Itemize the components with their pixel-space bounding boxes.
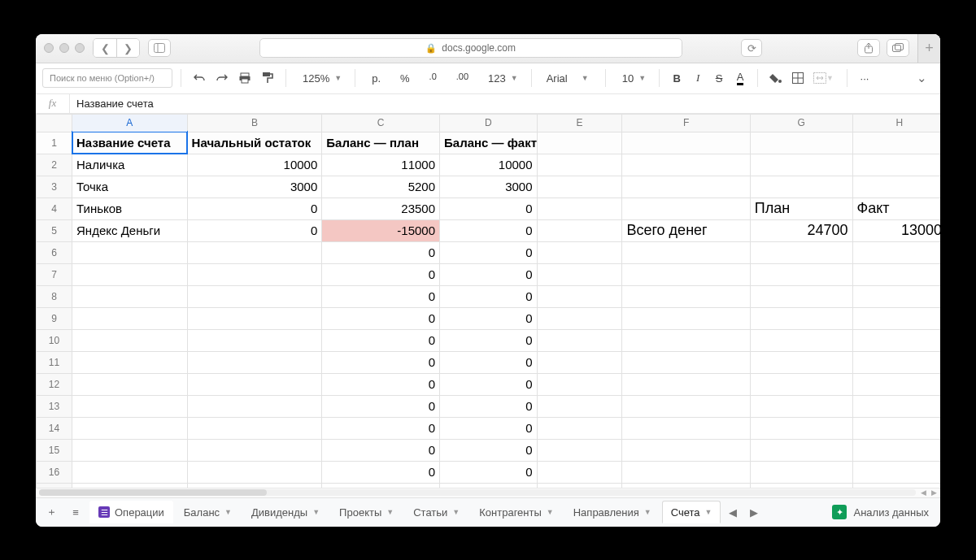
cell-G12[interactable] <box>750 373 852 395</box>
cell-A12[interactable] <box>72 373 188 395</box>
expand-toolbar-button[interactable]: ⌄ <box>910 71 934 85</box>
cell-G14[interactable] <box>750 417 852 439</box>
cell-B8[interactable] <box>187 285 322 307</box>
column-header-B[interactable]: B <box>187 114 322 132</box>
cell-E15[interactable] <box>537 439 622 461</box>
column-header-C[interactable]: C <box>322 114 440 132</box>
cell-B11[interactable] <box>187 351 322 373</box>
redo-button[interactable] <box>212 68 232 88</box>
cell-C11[interactable]: 0 <box>322 351 440 373</box>
cell-B15[interactable] <box>187 439 322 461</box>
cell-D9[interactable]: 0 <box>440 307 538 329</box>
cell-E14[interactable] <box>537 417 622 439</box>
cell-E10[interactable] <box>537 329 622 351</box>
cell-E4[interactable] <box>537 198 622 219</box>
row-header-1[interactable]: 1 <box>37 132 72 154</box>
all-sheets-button[interactable]: ≡ <box>65 501 86 523</box>
cell-B7[interactable] <box>187 263 322 285</box>
cell-B14[interactable] <box>187 417 322 439</box>
row-header-3[interactable]: 3 <box>37 176 72 198</box>
cell-H11[interactable] <box>852 351 940 373</box>
font-size-select[interactable]: 10▼ <box>614 68 651 88</box>
cell-A6[interactable] <box>72 241 188 263</box>
cell-H13[interactable] <box>852 395 940 417</box>
new-tab-button[interactable]: + <box>917 34 940 63</box>
address-bar[interactable]: 🔒 docs.google.com <box>259 38 682 58</box>
text-color-button[interactable]: A <box>731 68 749 88</box>
cell-H8[interactable] <box>852 285 940 307</box>
cell-G7[interactable] <box>750 263 852 285</box>
row-header-13[interactable]: 13 <box>37 395 72 417</box>
column-header-E[interactable]: E <box>537 114 622 132</box>
row-header-12[interactable]: 12 <box>37 373 72 395</box>
column-header-D[interactable]: D <box>440 114 538 132</box>
cell-G11[interactable] <box>750 351 852 373</box>
cell-A8[interactable] <box>72 285 188 307</box>
sheet-tab-Счета[interactable]: Счета▼ <box>662 501 721 523</box>
cell-H2[interactable] <box>852 154 940 176</box>
cell-D1[interactable]: Баланс — факт <box>440 132 538 154</box>
cell-A13[interactable] <box>72 395 188 417</box>
cell-F13[interactable] <box>622 395 750 417</box>
row-header-17[interactable]: 17 <box>37 483 72 488</box>
cell-D10[interactable]: 0 <box>440 329 538 351</box>
cell-B6[interactable] <box>187 241 322 263</box>
sheet-tab-Статьи[interactable]: Статьи▼ <box>404 501 468 523</box>
forward-button[interactable]: ❯ <box>116 39 139 57</box>
cell-C2[interactable]: 11000 <box>322 154 440 176</box>
cell-D16[interactable]: 0 <box>440 461 538 483</box>
sheet-tab-Контрагенты[interactable]: Контрагенты▼ <box>470 501 562 523</box>
tabs-scroll-left[interactable]: ◀ <box>724 503 742 521</box>
cell-F11[interactable] <box>622 351 750 373</box>
cell-F9[interactable] <box>622 307 750 329</box>
cell-D12[interactable]: 0 <box>440 373 538 395</box>
cell-D13[interactable]: 0 <box>440 395 538 417</box>
row-header-7[interactable]: 7 <box>37 263 72 285</box>
cell-E13[interactable] <box>537 395 622 417</box>
cell-F6[interactable] <box>622 241 750 263</box>
cell-C10[interactable]: 0 <box>322 329 440 351</box>
cell-H4[interactable]: Факт <box>852 198 940 219</box>
cell-H9[interactable] <box>852 307 940 329</box>
cell-B5[interactable]: 0 <box>187 219 322 241</box>
cell-B12[interactable] <box>187 373 322 395</box>
cell-F4[interactable] <box>622 198 750 219</box>
cell-C1[interactable]: Баланс — план <box>322 132 440 154</box>
cell-E9[interactable] <box>537 307 622 329</box>
grid-scroll[interactable]: ABCDEFGH 1Название счетаНачальный остато… <box>36 114 940 488</box>
column-header-G[interactable]: G <box>750 114 852 132</box>
tabs-overview-button[interactable] <box>887 39 909 57</box>
cell-A11[interactable] <box>72 351 188 373</box>
cell-G16[interactable] <box>750 461 852 483</box>
cell-C9[interactable]: 0 <box>322 307 440 329</box>
cell-G5[interactable]: 24700 <box>750 219 852 241</box>
cell-E6[interactable] <box>537 241 622 263</box>
row-header-6[interactable]: 6 <box>37 241 72 263</box>
toolbar-more-button[interactable]: ··· <box>856 68 874 88</box>
cell-G8[interactable] <box>750 285 852 307</box>
reload-button[interactable]: ⟳ <box>741 39 762 57</box>
cell-A15[interactable] <box>72 439 188 461</box>
cell-D14[interactable]: 0 <box>440 417 538 439</box>
cell-F15[interactable] <box>622 439 750 461</box>
cell-A4[interactable]: Тиньков <box>72 198 188 219</box>
cell-E8[interactable] <box>537 285 622 307</box>
cell-C5[interactable]: -15000 <box>322 219 440 241</box>
row-header-15[interactable]: 15 <box>37 439 72 461</box>
row-header-5[interactable]: 5 <box>37 219 72 241</box>
back-button[interactable]: ❮ <box>94 39 116 57</box>
decrease-decimal-button[interactable]: .0 <box>421 68 445 88</box>
cell-E7[interactable] <box>537 263 622 285</box>
sheet-tab-Операции[interactable]: ☰Операции <box>89 501 173 523</box>
row-header-9[interactable]: 9 <box>37 307 72 329</box>
paint-format-button[interactable] <box>258 68 277 88</box>
cell-D5[interactable]: 0 <box>440 219 538 241</box>
cell-A14[interactable] <box>72 417 188 439</box>
select-all-corner[interactable] <box>37 114 72 132</box>
row-header-16[interactable]: 16 <box>37 461 72 483</box>
cell-B1[interactable]: Начальный остаток <box>187 132 322 154</box>
more-formats-button[interactable]: 123▼ <box>480 68 523 88</box>
percent-button[interactable]: % <box>392 68 418 88</box>
sidebar-toggle-button[interactable] <box>148 39 171 57</box>
bold-button[interactable]: B <box>668 68 686 88</box>
